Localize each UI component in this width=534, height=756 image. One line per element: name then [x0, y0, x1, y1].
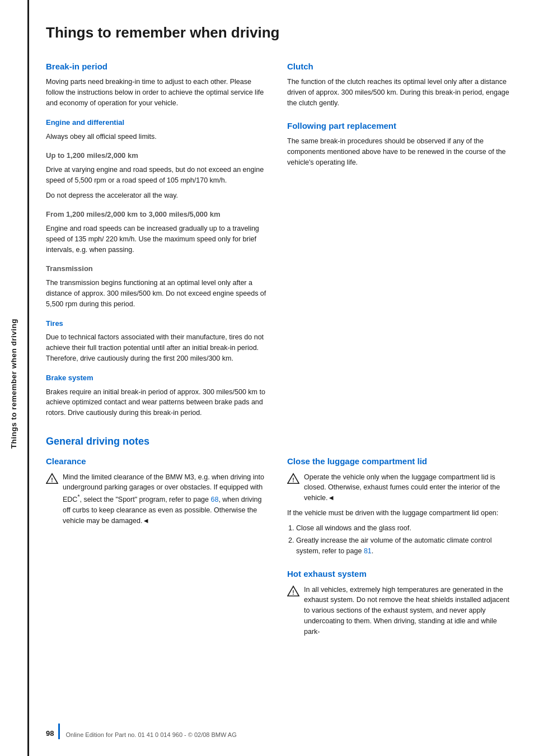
- up-to-1200-body2: Do not depress the accelerator all the w…: [46, 190, 270, 201]
- engine-diff-body: Always obey all official speed limits.: [46, 132, 270, 142]
- following-part-heading: Following part replacement: [287, 120, 512, 132]
- svg-text:!: !: [292, 589, 294, 595]
- footer-divider: [58, 724, 60, 739]
- tires-heading: Tires: [46, 319, 270, 329]
- hot-exhaust-warning-text: In all vehicles, extremely high temperat…: [304, 585, 512, 637]
- hot-exhaust-warning-block: ! In all vehicles, extremely high temper…: [287, 585, 512, 637]
- from-1200-heading: From 1,200 miles/2,000 km to 3,000 miles…: [46, 209, 270, 220]
- clearance-warning-text: Mind the limited clearance of the BMW M3…: [63, 472, 270, 526]
- break-in-columns: Break-in period Moving parts need breaki…: [46, 60, 512, 423]
- list-item-1: Close all windows and the glass roof.: [296, 523, 512, 534]
- clearance-heading: Clearance: [46, 455, 270, 468]
- main-content: Things to remember when driving Break-in…: [29, 0, 534, 756]
- page-footer: 98 Online Edition for Part no. 01 41 0 0…: [29, 724, 534, 739]
- clutch-heading: Clutch: [287, 60, 512, 73]
- right-column: Clutch The function of the clutch reache…: [287, 60, 512, 423]
- clearance-page-link[interactable]: 68: [210, 496, 218, 503]
- close-luggage-warning-text: Operate the vehicle only when the luggag…: [304, 472, 512, 503]
- clearance-warning-block: ! Mind the limited clearance of the BMW …: [46, 472, 270, 526]
- tires-body: Due to technical factors associated with…: [46, 332, 270, 363]
- up-to-1200-body: Drive at varying engine and road speeds,…: [46, 165, 270, 186]
- close-luggage-warning-block: ! Operate the vehicle only when the lugg…: [287, 472, 512, 503]
- svg-text:!: !: [51, 477, 53, 483]
- break-in-intro: Moving parts need breaking-in time to ad…: [46, 77, 270, 108]
- sidebar: Things to remember when driving: [0, 0, 29, 756]
- general-left-column: Clearance ! Mind the limited clearance o…: [46, 455, 270, 642]
- page-title: Things to remember when driving: [46, 22, 512, 44]
- general-notes-heading: General driving notes: [46, 434, 512, 449]
- break-in-heading: Break-in period: [46, 60, 270, 73]
- engine-diff-heading: Engine and differential: [46, 118, 270, 128]
- warning-triangle-icon: !: [46, 473, 58, 485]
- general-notes-columns: Clearance ! Mind the limited clearance o…: [46, 455, 512, 642]
- sidebar-label: Things to remember when driving: [8, 307, 20, 449]
- general-right-column: Close the luggage compartment lid ! Oper…: [287, 455, 512, 642]
- list-item-2: Greatly increase the air volume of the a…: [296, 535, 512, 557]
- warning-triangle-icon-3: !: [287, 585, 299, 598]
- svg-text:!: !: [292, 477, 294, 483]
- transmission-body: The transmission begins functioning at a…: [46, 278, 270, 309]
- close-luggage-list: Close all windows and the glass roof. Gr…: [296, 523, 512, 557]
- brake-system-body: Brakes require an initial break-in perio…: [46, 387, 270, 418]
- warning-triangle-icon-2: !: [287, 473, 299, 485]
- close-luggage-heading: Close the luggage compartment lid: [287, 455, 512, 468]
- luggage-page-link[interactable]: 81: [364, 547, 372, 555]
- hot-exhaust-heading: Hot exhaust system: [287, 568, 512, 580]
- up-to-1200-heading: Up to 1,200 miles/2,000 km: [46, 151, 270, 161]
- following-part-body: The same break-in procedures should be o…: [287, 136, 512, 167]
- clutch-body: The function of the clutch reaches its o…: [287, 77, 512, 108]
- from-1200-body: Engine and road speeds can be increased …: [46, 223, 270, 255]
- footer-text: Online Edition for Part no. 01 41 0 014 …: [65, 731, 236, 739]
- brake-system-heading: Brake system: [46, 373, 270, 384]
- transmission-heading: Transmission: [46, 264, 270, 274]
- close-luggage-intro: If the vehicle must be driven with the l…: [287, 508, 512, 519]
- left-column: Break-in period Moving parts need breaki…: [46, 60, 270, 423]
- page-number: 98: [46, 729, 54, 739]
